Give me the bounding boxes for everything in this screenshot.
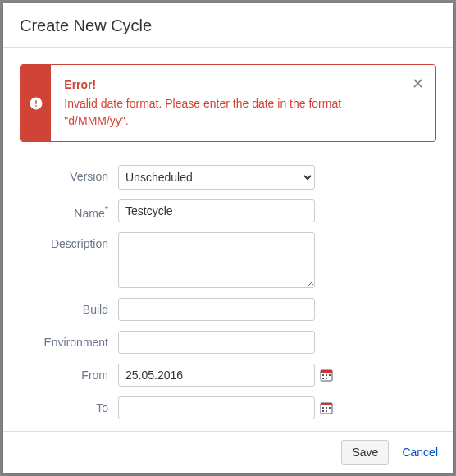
error-message: Invalid date format. Please enter the da… bbox=[64, 97, 341, 127]
modal-header: Create New Cycle bbox=[3, 3, 453, 48]
modal-body: Error! Invalid date format. Please enter… bbox=[3, 48, 453, 431]
svg-rect-9 bbox=[322, 407, 324, 409]
from-label: From bbox=[20, 364, 118, 382]
svg-rect-13 bbox=[326, 410, 327, 412]
name-input[interactable] bbox=[118, 199, 315, 222]
cancel-button[interactable]: Cancel bbox=[399, 441, 441, 464]
svg-rect-3 bbox=[326, 374, 327, 376]
svg-rect-8 bbox=[321, 403, 332, 405]
error-content: Error! Invalid date format. Please enter… bbox=[51, 65, 435, 141]
close-icon[interactable]: ✕ bbox=[408, 73, 427, 94]
save-button[interactable]: Save bbox=[341, 440, 389, 465]
build-input[interactable] bbox=[118, 298, 315, 321]
calendar-icon[interactable] bbox=[320, 368, 333, 382]
to-date-input[interactable] bbox=[118, 396, 315, 419]
build-label: Build bbox=[20, 298, 118, 316]
name-label: Name* bbox=[20, 199, 118, 220]
create-cycle-modal: Create New Cycle Error! Invalid date for… bbox=[3, 3, 453, 473]
svg-rect-2 bbox=[322, 374, 324, 376]
svg-rect-4 bbox=[329, 374, 331, 376]
modal-footer: Save Cancel bbox=[3, 431, 453, 473]
environment-label: Environment bbox=[20, 331, 118, 349]
error-icon bbox=[21, 65, 51, 141]
calendar-icon[interactable] bbox=[320, 401, 333, 414]
svg-rect-1 bbox=[321, 370, 332, 373]
version-label: Version bbox=[20, 165, 118, 183]
svg-rect-12 bbox=[322, 410, 324, 412]
svg-rect-10 bbox=[326, 407, 327, 409]
svg-rect-6 bbox=[326, 378, 327, 379]
version-select[interactable]: Unscheduled bbox=[118, 165, 315, 190]
from-date-input[interactable] bbox=[118, 364, 315, 387]
svg-rect-5 bbox=[322, 378, 324, 379]
description-label: Description bbox=[20, 232, 118, 250]
error-alert: Error! Invalid date format. Please enter… bbox=[20, 64, 436, 142]
description-textarea[interactable] bbox=[118, 232, 315, 288]
svg-rect-11 bbox=[329, 407, 331, 409]
environment-input[interactable] bbox=[118, 331, 315, 354]
error-title: Error! bbox=[64, 76, 403, 94]
modal-title: Create New Cycle bbox=[20, 16, 436, 35]
to-label: To bbox=[20, 396, 118, 414]
